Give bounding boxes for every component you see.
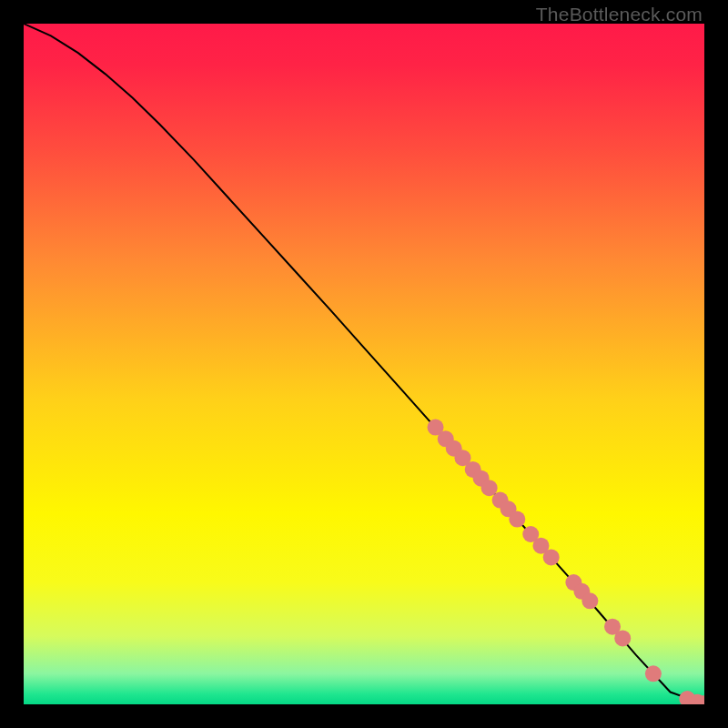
data-point	[543, 549, 560, 565]
data-point	[645, 665, 662, 682]
watermark-text: TheBottleneck.com	[536, 4, 703, 25]
data-point	[581, 592, 598, 609]
data-point	[509, 511, 525, 528]
chart-frame	[24, 24, 704, 704]
chart-plot	[24, 24, 704, 704]
data-point	[481, 480, 498, 496]
data-point	[614, 630, 631, 646]
chart-background	[24, 24, 704, 704]
